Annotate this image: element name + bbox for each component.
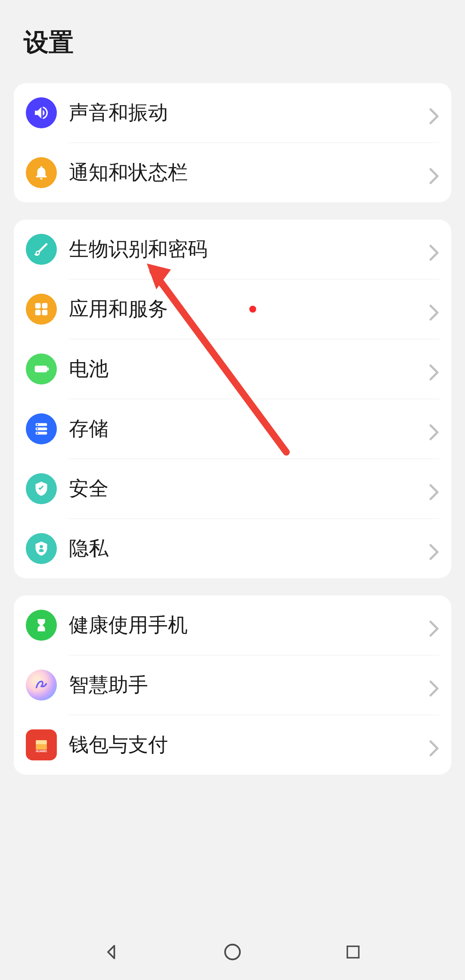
svg-point-9 bbox=[37, 424, 38, 425]
row-wallet[interactable]: HUAWEI 钱包与支付 bbox=[14, 715, 451, 775]
nav-home-button[interactable] bbox=[220, 940, 245, 964]
chevron-right-icon bbox=[429, 167, 439, 178]
row-security[interactable]: 安全 bbox=[14, 459, 451, 518]
shield-icon bbox=[26, 473, 57, 504]
svg-rect-1 bbox=[42, 303, 48, 309]
row-storage[interactable]: 存储 bbox=[14, 399, 451, 459]
bell-icon bbox=[26, 157, 57, 188]
hourglass-icon bbox=[26, 610, 57, 641]
grid-icon bbox=[26, 294, 57, 325]
chevron-right-icon bbox=[429, 424, 439, 434]
row-sound[interactable]: 声音和振动 bbox=[14, 83, 451, 143]
row-biometrics[interactable]: 生物识别和密码 bbox=[14, 220, 451, 279]
row-label: 钱包与支付 bbox=[69, 732, 429, 758]
row-smart-assist[interactable]: 智慧助手 bbox=[14, 655, 451, 715]
svg-point-18 bbox=[225, 945, 240, 960]
row-label: 生物识别和密码 bbox=[69, 236, 429, 263]
row-label: 智慧助手 bbox=[69, 672, 429, 698]
row-label: 安全 bbox=[69, 475, 429, 502]
settings-group-3: 健康使用手机 智慧助手 HUAWEI 钱包与支 bbox=[14, 595, 451, 775]
chevron-right-icon bbox=[429, 543, 439, 554]
chevron-right-icon bbox=[429, 304, 439, 314]
svg-rect-3 bbox=[42, 310, 48, 316]
volume-icon bbox=[26, 97, 57, 128]
settings-group-1: 声音和振动 通知和状态栏 bbox=[14, 83, 451, 202]
svg-rect-4 bbox=[35, 366, 47, 372]
storage-icon bbox=[26, 413, 57, 444]
row-label: 应用和服务 bbox=[69, 296, 242, 323]
svg-rect-19 bbox=[347, 946, 359, 958]
nav-back-button[interactable] bbox=[100, 940, 124, 964]
chevron-right-icon bbox=[429, 484, 439, 494]
row-label: 隐私 bbox=[69, 535, 429, 562]
row-apps[interactable]: 应用和服务 bbox=[14, 279, 451, 339]
chevron-right-icon bbox=[429, 108, 439, 118]
svg-rect-5 bbox=[47, 367, 49, 371]
row-battery[interactable]: 电池 bbox=[14, 339, 451, 399]
chevron-right-icon bbox=[429, 620, 439, 630]
page-title: 设置 bbox=[0, 0, 465, 83]
svg-rect-14 bbox=[36, 740, 47, 744]
svg-text:HUAWEI: HUAWEI bbox=[36, 750, 47, 753]
svg-point-12 bbox=[40, 545, 43, 549]
wallet-icon: HUAWEI bbox=[26, 729, 57, 760]
row-label: 通知和状态栏 bbox=[69, 159, 429, 186]
row-digital-balance[interactable]: 健康使用手机 bbox=[14, 595, 451, 655]
svg-point-10 bbox=[37, 428, 38, 429]
row-label: 存储 bbox=[69, 416, 429, 442]
chevron-right-icon bbox=[429, 364, 439, 374]
row-label: 健康使用手机 bbox=[69, 612, 429, 639]
system-nav-bar bbox=[0, 924, 465, 980]
row-label: 电池 bbox=[69, 356, 429, 382]
row-notifications[interactable]: 通知和状态栏 bbox=[14, 143, 451, 202]
row-privacy[interactable]: 隐私 bbox=[14, 519, 451, 578]
svg-point-11 bbox=[37, 432, 38, 434]
row-label: 声音和振动 bbox=[69, 99, 429, 126]
chevron-right-icon bbox=[429, 680, 439, 690]
battery-icon bbox=[26, 354, 57, 385]
notification-dot bbox=[249, 306, 256, 313]
privacy-icon bbox=[26, 533, 57, 564]
svg-rect-0 bbox=[35, 303, 41, 309]
settings-group-2: 生物识别和密码 应用和服务 bbox=[14, 220, 451, 578]
chevron-right-icon bbox=[429, 740, 439, 750]
smart-assist-icon bbox=[26, 670, 57, 701]
svg-rect-2 bbox=[35, 310, 41, 316]
key-icon bbox=[26, 234, 57, 265]
nav-recent-button[interactable] bbox=[341, 940, 365, 964]
chevron-right-icon bbox=[429, 244, 439, 254]
